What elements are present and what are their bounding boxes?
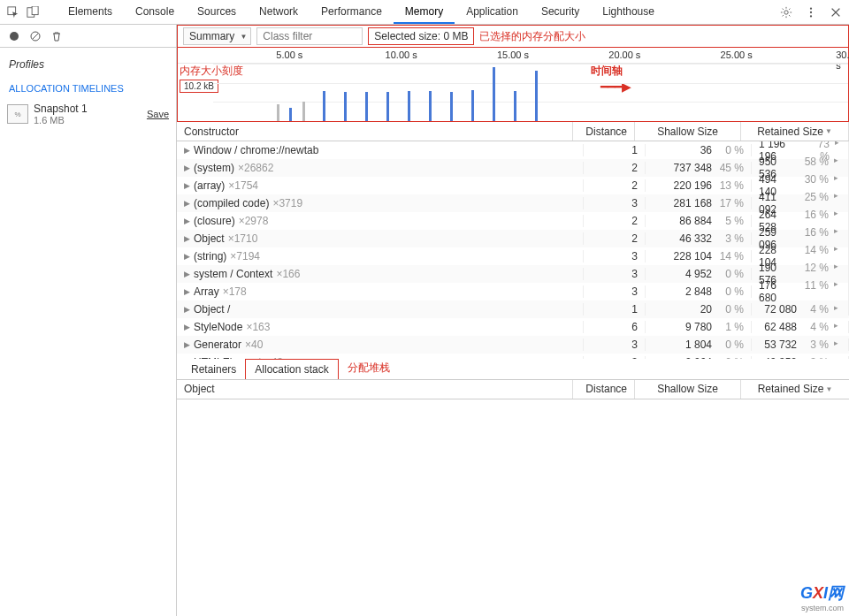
tab-application[interactable]: Application	[455, 1, 530, 24]
col-constructor[interactable]: Constructor	[177, 122, 573, 141]
distance-cell: 3	[584, 268, 646, 280]
table-row[interactable]: ▶(string) ×71943228 10414 %228 10414 %▸	[177, 247, 849, 265]
table-row[interactable]: ▶system / Context ×16634 9520 %190 57612…	[177, 265, 849, 283]
constructor-name: StyleNode	[194, 321, 242, 333]
shallow-pct: 17 %	[717, 197, 744, 209]
selected-size-box: Selected size: 0 MB	[368, 27, 474, 45]
col-retained[interactable]: Retained Size	[741, 122, 849, 141]
device-toggle[interactable]	[7, 6, 39, 19]
table-row[interactable]: ▶(system) ×268622737 34845 %950 53658 %▸	[177, 159, 849, 177]
trash-icon[interactable]	[51, 31, 62, 42]
shallow-value: 2 848	[685, 285, 712, 298]
col-object[interactable]: Object	[177, 380, 573, 399]
table-row[interactable]: ▶Object ×1710246 3323 %259 09616 %▸	[177, 230, 849, 247]
col-shallow[interactable]: Shallow Size	[635, 122, 741, 141]
alloc-bar	[302, 102, 305, 121]
snapshot-icon: %	[7, 104, 28, 124]
table-row[interactable]: ▶(array) ×17542220 19613 %494 14030 %▸	[177, 177, 849, 194]
profiles-sidebar: Profiles ALLOCATION TIMELINES % Snapshot…	[0, 25, 177, 616]
expand-icon: ▶	[184, 323, 190, 331]
record-icon[interactable]	[9, 31, 19, 42]
retained-pct: 4 %	[802, 303, 829, 316]
constructors-table-body[interactable]: ▶Window / chrome://newtab 1360 %1 196 19…	[177, 141, 849, 359]
distance-cell: 1	[584, 144, 646, 156]
expand-icon: ▶	[184, 217, 190, 225]
tab-memory[interactable]: Memory	[394, 1, 455, 24]
expand-icon: ▶	[184, 164, 190, 172]
tab-console[interactable]: Console	[124, 1, 186, 24]
expand-icon: ▶	[184, 252, 190, 261]
tab-retainers[interactable]: Retainers	[182, 360, 245, 379]
shallow-value: 228 104	[674, 250, 712, 262]
tab-elements[interactable]: Elements	[57, 1, 124, 24]
col-distance[interactable]: Distance	[573, 122, 635, 141]
tab-network[interactable]: Network	[248, 1, 310, 24]
tab-lighthouse[interactable]: Lighthouse	[591, 1, 666, 24]
col-retained-2[interactable]: Retained Size	[741, 380, 849, 399]
tab-security[interactable]: Security	[530, 1, 591, 24]
shallow-pct: 5 %	[717, 215, 744, 227]
constructors-table-header: Constructor Distance Shallow Size Retain…	[177, 122, 849, 141]
instance-count: ×1710	[228, 232, 258, 245]
table-row[interactable]: ▶Window / chrome://newtab 1360 %1 196 19…	[177, 141, 849, 159]
retained-value: 62 488	[764, 321, 797, 333]
gear-icon[interactable]	[780, 6, 792, 19]
table-row[interactable]: ▶Generator ×4031 8040 %53 7323 %▸	[177, 336, 849, 354]
snapshot-item[interactable]: % Snapshot 1 1.6 MB Save	[0, 99, 176, 129]
col-distance-2[interactable]: Distance	[573, 380, 635, 399]
alloc-bar	[408, 91, 410, 121]
table-row[interactable]: ▶(closure) ×2978286 8845 %264 52816 %▸	[177, 212, 849, 230]
table-row[interactable]: ▶(compiled code) ×37193281 16817 %411 09…	[177, 194, 849, 212]
svg-point-7	[10, 32, 19, 41]
table-row[interactable]: ▶HTMLElement ×4832 0640 %49 3523 %▸	[177, 354, 849, 359]
distance-cell: 3	[584, 285, 646, 298]
shallow-value: 220 196	[674, 179, 712, 192]
chevron-icon: ▸	[834, 321, 841, 333]
distance-cell: 2	[584, 179, 646, 192]
shallow-pct: 13 %	[717, 179, 744, 192]
shallow-pct: 0 %	[717, 356, 744, 359]
close-icon[interactable]	[830, 6, 842, 19]
snapshot-name: Snapshot 1	[34, 103, 142, 115]
table-row[interactable]: ▶Array ×17832 8480 %176 68011 %▸	[177, 283, 849, 300]
alloc-bar	[450, 92, 453, 121]
shallow-pct: 14 %	[717, 250, 744, 262]
allocation-timeline[interactable]: 5.00 s10.00 s15.00 s20.00 s25.00 s30.00 …	[177, 48, 849, 122]
chevron-icon: ▸	[834, 279, 841, 304]
save-link[interactable]: Save	[147, 109, 169, 119]
table-row[interactable]: ▶Object / 1200 %72 0804 %▸	[177, 300, 849, 318]
tab-sources[interactable]: Sources	[186, 1, 248, 24]
constructor-name: Window / chrome://newtab	[194, 144, 318, 156]
view-select[interactable]: Summary	[183, 27, 251, 45]
shallow-value: 46 332	[679, 232, 712, 245]
svg-rect-2	[32, 6, 38, 15]
tick-label: 10.00 s	[386, 49, 417, 60]
clear-icon[interactable]	[30, 31, 41, 42]
tick-label: 15.00 s	[497, 49, 529, 60]
class-filter-input[interactable]	[256, 27, 363, 45]
shallow-pct: 0 %	[717, 303, 744, 316]
col-shallow-2[interactable]: Shallow Size	[635, 380, 741, 399]
inspect-icon	[7, 6, 19, 19]
shallow-pct: 45 %	[717, 162, 744, 174]
retained-pct: 3 %	[802, 338, 829, 351]
kebab-icon[interactable]	[805, 6, 817, 19]
tab-performance[interactable]: Performance	[310, 1, 394, 24]
instance-count: ×40	[245, 338, 263, 351]
shallow-value: 20	[700, 303, 712, 316]
constructor-name: (array)	[194, 179, 225, 192]
instance-count: ×3719	[272, 197, 302, 209]
retained-value: 49 352	[764, 356, 797, 359]
tab-allocation-stack[interactable]: Allocation stack	[245, 359, 338, 379]
alloc-bar	[323, 91, 325, 121]
filter-bar: Summary Selected size: 0 MB 已选择的内存分配大小	[177, 25, 849, 48]
retained-value: 53 732	[764, 338, 797, 351]
annotation-selected-size: 已选择的内存分配大小	[479, 29, 585, 44]
shallow-value: 1 804	[685, 338, 712, 351]
table-row[interactable]: ▶StyleNode ×16369 7801 %62 4884 %▸	[177, 318, 849, 336]
devtools-toolbar: ElementsConsoleSourcesNetworkPerformance…	[0, 0, 849, 25]
distance-cell: 3	[584, 250, 646, 262]
instance-count: ×163	[246, 321, 270, 333]
expand-icon: ▶	[184, 287, 190, 296]
alloc-bar	[514, 91, 516, 121]
